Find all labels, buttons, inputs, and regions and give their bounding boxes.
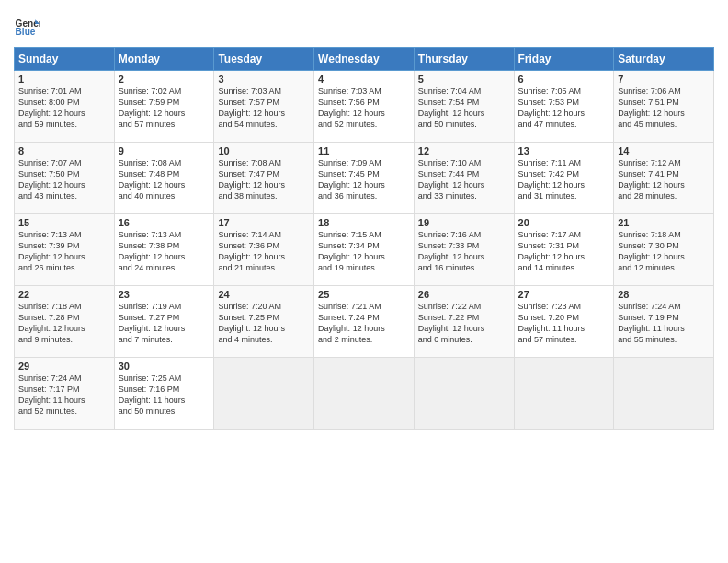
day-info: Sunrise: 7:22 AMSunset: 7:22 PMDaylight:… [418,301,510,346]
day-number: 29 [18,361,110,372]
day-number: 11 [318,145,410,156]
calendar-cell: 10Sunrise: 7:08 AMSunset: 7:47 PMDayligh… [214,143,314,214]
header-area: General Blue [14,9,714,40]
day-info: Sunrise: 7:24 AMSunset: 7:17 PMDaylight:… [18,373,110,418]
calendar-cell: 16Sunrise: 7:13 AMSunset: 7:38 PMDayligh… [114,214,214,286]
day-info: Sunrise: 7:16 AMSunset: 7:33 PMDaylight:… [418,229,510,274]
day-number: 8 [18,145,110,156]
day-number: 1 [18,74,110,85]
col-header-tuesday: Tuesday [214,48,314,71]
day-info: Sunrise: 7:04 AMSunset: 7:54 PMDaylight:… [418,86,510,131]
day-info: Sunrise: 7:01 AMSunset: 8:00 PMDaylight:… [18,86,110,131]
day-info: Sunrise: 7:03 AMSunset: 7:57 PMDaylight:… [218,86,310,131]
day-number: 15 [18,217,110,228]
day-info: Sunrise: 7:14 AMSunset: 7:36 PMDaylight:… [218,229,310,274]
calendar-cell: 11Sunrise: 7:09 AMSunset: 7:45 PMDayligh… [314,143,415,214]
day-number: 30 [119,361,210,372]
col-header-thursday: Thursday [414,48,514,71]
day-number: 3 [218,74,310,85]
day-info: Sunrise: 7:05 AMSunset: 7:53 PMDaylight:… [518,86,610,131]
day-number: 20 [518,217,610,228]
day-info: Sunrise: 7:08 AMSunset: 7:47 PMDaylight:… [218,157,310,202]
calendar-week-row: 29Sunrise: 7:24 AMSunset: 7:17 PMDayligh… [15,358,714,430]
day-number: 6 [518,74,610,85]
day-info: Sunrise: 7:24 AMSunset: 7:19 PMDaylight:… [618,301,710,346]
day-number: 17 [218,217,310,228]
calendar-cell: 21Sunrise: 7:18 AMSunset: 7:30 PMDayligh… [614,214,714,286]
calendar-header-row: SundayMondayTuesdayWednesdayThursdayFrid… [15,48,714,71]
calendar-cell: 18Sunrise: 7:15 AMSunset: 7:34 PMDayligh… [314,214,415,286]
calendar-cell: 28Sunrise: 7:24 AMSunset: 7:19 PMDayligh… [614,286,714,358]
calendar-cell [514,358,614,430]
day-number: 7 [618,74,710,85]
day-info: Sunrise: 7:23 AMSunset: 7:20 PMDaylight:… [518,301,610,346]
day-number: 10 [218,145,310,156]
calendar-cell: 19Sunrise: 7:16 AMSunset: 7:33 PMDayligh… [414,214,514,286]
day-info: Sunrise: 7:10 AMSunset: 7:44 PMDaylight:… [418,157,510,202]
calendar-cell: 29Sunrise: 7:24 AMSunset: 7:17 PMDayligh… [15,358,115,430]
calendar-cell: 20Sunrise: 7:17 AMSunset: 7:31 PMDayligh… [514,214,614,286]
calendar-cell: 2Sunrise: 7:02 AMSunset: 7:59 PMDaylight… [114,71,214,143]
calendar-cell: 13Sunrise: 7:11 AMSunset: 7:42 PMDayligh… [514,143,614,214]
day-number: 24 [218,289,310,300]
calendar-week-row: 22Sunrise: 7:18 AMSunset: 7:28 PMDayligh… [15,286,714,358]
day-info: Sunrise: 7:09 AMSunset: 7:45 PMDaylight:… [318,157,410,202]
day-number: 21 [618,217,710,228]
calendar-week-row: 8Sunrise: 7:07 AMSunset: 7:50 PMDaylight… [15,143,714,214]
day-info: Sunrise: 7:20 AMSunset: 7:25 PMDaylight:… [218,301,310,346]
col-header-friday: Friday [514,48,614,71]
logo-icon: General Blue [14,14,40,40]
day-number: 26 [418,289,510,300]
calendar-cell [314,358,415,430]
col-header-wednesday: Wednesday [314,48,415,71]
calendar-cell [614,358,714,430]
day-number: 16 [119,217,210,228]
calendar-cell: 26Sunrise: 7:22 AMSunset: 7:22 PMDayligh… [414,286,514,358]
day-number: 12 [418,145,510,156]
day-info: Sunrise: 7:18 AMSunset: 7:30 PMDaylight:… [618,229,710,274]
calendar-week-row: 1Sunrise: 7:01 AMSunset: 8:00 PMDaylight… [15,71,714,143]
day-info: Sunrise: 7:17 AMSunset: 7:31 PMDaylight:… [518,229,610,274]
calendar-cell: 23Sunrise: 7:19 AMSunset: 7:27 PMDayligh… [114,286,214,358]
calendar-cell: 4Sunrise: 7:03 AMSunset: 7:56 PMDaylight… [314,71,415,143]
logo: General Blue [14,14,43,40]
calendar-cell: 15Sunrise: 7:13 AMSunset: 7:39 PMDayligh… [15,214,115,286]
day-number: 9 [119,145,210,156]
calendar-cell: 7Sunrise: 7:06 AMSunset: 7:51 PMDaylight… [614,71,714,143]
calendar-cell: 1Sunrise: 7:01 AMSunset: 8:00 PMDaylight… [15,71,115,143]
calendar-cell: 14Sunrise: 7:12 AMSunset: 7:41 PMDayligh… [614,143,714,214]
day-number: 4 [318,74,410,85]
calendar-cell: 8Sunrise: 7:07 AMSunset: 7:50 PMDaylight… [15,143,115,214]
day-number: 23 [119,289,210,300]
day-info: Sunrise: 7:12 AMSunset: 7:41 PMDaylight:… [618,157,710,202]
calendar-cell: 3Sunrise: 7:03 AMSunset: 7:57 PMDaylight… [214,71,314,143]
calendar-cell: 9Sunrise: 7:08 AMSunset: 7:48 PMDaylight… [114,143,214,214]
day-info: Sunrise: 7:08 AMSunset: 7:48 PMDaylight:… [119,157,210,202]
day-info: Sunrise: 7:13 AMSunset: 7:38 PMDaylight:… [119,229,210,274]
calendar-cell: 17Sunrise: 7:14 AMSunset: 7:36 PMDayligh… [214,214,314,286]
day-info: Sunrise: 7:18 AMSunset: 7:28 PMDaylight:… [18,301,110,346]
day-number: 19 [418,217,510,228]
calendar-cell: 25Sunrise: 7:21 AMSunset: 7:24 PMDayligh… [314,286,415,358]
day-number: 14 [618,145,710,156]
calendar-cell: 27Sunrise: 7:23 AMSunset: 7:20 PMDayligh… [514,286,614,358]
calendar-cell: 5Sunrise: 7:04 AMSunset: 7:54 PMDaylight… [414,71,514,143]
calendar-cell: 24Sunrise: 7:20 AMSunset: 7:25 PMDayligh… [214,286,314,358]
calendar-week-row: 15Sunrise: 7:13 AMSunset: 7:39 PMDayligh… [15,214,714,286]
calendar-cell: 30Sunrise: 7:25 AMSunset: 7:16 PMDayligh… [114,358,214,430]
day-info: Sunrise: 7:19 AMSunset: 7:27 PMDaylight:… [119,301,210,346]
day-info: Sunrise: 7:15 AMSunset: 7:34 PMDaylight:… [318,229,410,274]
calendar-cell: 12Sunrise: 7:10 AMSunset: 7:44 PMDayligh… [414,143,514,214]
calendar-container: General Blue SundayMondayTuesdayWednesda… [0,0,728,439]
day-info: Sunrise: 7:13 AMSunset: 7:39 PMDaylight:… [18,229,110,274]
calendar-cell [214,358,314,430]
svg-text:Blue: Blue [16,27,36,37]
day-info: Sunrise: 7:25 AMSunset: 7:16 PMDaylight:… [119,373,210,418]
day-number: 5 [418,74,510,85]
calendar-table: SundayMondayTuesdayWednesdayThursdayFrid… [14,47,714,430]
day-number: 28 [618,289,710,300]
day-info: Sunrise: 7:11 AMSunset: 7:42 PMDaylight:… [518,157,610,202]
calendar-cell [414,358,514,430]
day-info: Sunrise: 7:07 AMSunset: 7:50 PMDaylight:… [18,157,110,202]
day-info: Sunrise: 7:03 AMSunset: 7:56 PMDaylight:… [318,86,410,131]
